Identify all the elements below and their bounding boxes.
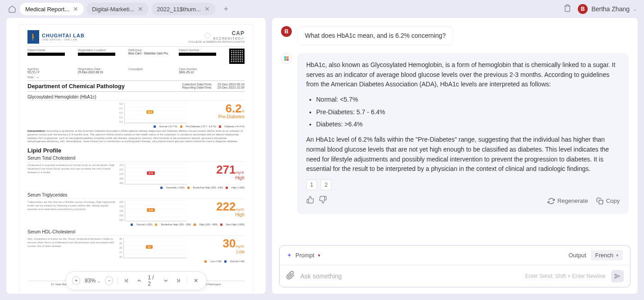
prompt-selector[interactable]: ✦ Prompt ▾	[287, 252, 320, 259]
home-button[interactable]	[7, 4, 17, 14]
tab-medical-report[interactable]: Medical Report... ✕	[20, 3, 84, 15]
test-hba1c: Glycosylated Hemoglobin (HbA1c) 5.85.65.…	[27, 94, 245, 143]
user-message: B What does HbA1c mean, and is 6.2% conc…	[281, 26, 629, 45]
regenerate-button[interactable]: Regenerate	[548, 197, 588, 206]
accreditation: CAP ACCREDITED✓ COLLEGE of AMERICAN PATH…	[188, 30, 245, 43]
chevron-down-icon: ▾	[616, 253, 618, 258]
svg-point-2	[286, 56, 289, 58]
copy-button[interactable]: Copy	[596, 197, 620, 206]
topbar: Medical Report... ✕ Digital-Marketi... ✕…	[0, 0, 644, 18]
page-1-button[interactable]: 1	[306, 179, 317, 190]
attach-button[interactable]	[286, 271, 295, 282]
tab-label: Digital-Marketi...	[92, 6, 134, 13]
user-menu[interactable]: B Bertha Zhang ⌄	[578, 4, 637, 14]
lab-icon: 🚶	[27, 30, 39, 44]
document-panel: 🚶 CHUGHTAI LAB ONE NATION · ONE LAB CAP	[6, 18, 266, 294]
zoom-select[interactable]: 83%⌄	[85, 278, 100, 284]
test-cholesterol: Serum Total Cholesterol Cholesterol is e…	[27, 156, 245, 189]
thumbs-down-button[interactable]	[319, 196, 327, 207]
trash-button[interactable]	[563, 4, 571, 14]
test-hdl: Serum HDL-Cholesterol HDL Cholesterol is…	[27, 229, 245, 263]
bot-response: HbA1c, also known as Glycosylated Hemogl…	[297, 53, 629, 214]
message-bubble: What does HbA1c mean, and is 6.2% concer…	[297, 26, 454, 45]
cap-foot: COLLEGE of AMERICAN PATHOLOGISTS	[188, 40, 245, 43]
svg-rect-5	[599, 200, 603, 204]
dept-title: Department of Chemical Pathology	[27, 83, 125, 90]
last-page-button[interactable]	[174, 276, 182, 285]
test-triglycerides: Serum Triglycerides Triglycerides are fa…	[27, 193, 245, 226]
lab-tagline: ONE NATION · ONE LAB	[42, 38, 85, 41]
tabs: Medical Report... ✕ Digital-Marketi... ✕…	[20, 3, 231, 15]
chevron-down-icon: ⌄	[633, 7, 637, 12]
zoom-in-button[interactable]: +	[72, 276, 80, 285]
close-icon[interactable]: ✕	[138, 5, 143, 13]
svg-point-4	[286, 58, 289, 61]
avatar: B	[578, 4, 588, 14]
tab-label: 2022_11$thum...	[157, 6, 201, 13]
close-toolbar-button[interactable]: ✕	[192, 276, 200, 285]
chat-body[interactable]: B What does HbA1c mean, and is 6.2% conc…	[272, 18, 638, 245]
close-icon[interactable]: ✕	[204, 5, 210, 13]
pdf-toolbar: + 83%⌄ − 1 / 2 ✕	[65, 271, 207, 290]
chevron-down-icon: ▾	[318, 253, 320, 258]
thumbs-up-button[interactable]	[306, 196, 314, 207]
response-pagination: 1 2	[306, 179, 620, 190]
document-page: 🚶 CHUGHTAI LAB ONE NATION · ONE LAB CAP	[19, 24, 253, 294]
svg-point-3	[284, 58, 286, 61]
chat-input-area: ✦ Prompt ▾ Output French ▾	[279, 245, 630, 287]
output-label: Output	[569, 252, 586, 259]
prev-page-button[interactable]	[135, 276, 143, 285]
send-button[interactable]	[611, 270, 624, 282]
close-icon[interactable]: ✕	[73, 5, 78, 13]
next-page-button[interactable]	[162, 276, 170, 285]
bot-avatar	[281, 53, 292, 64]
first-page-button[interactable]	[122, 276, 131, 285]
chat-panel: B What does HbA1c mean, and is 6.2% conc…	[272, 18, 638, 294]
bot-message: HbA1c, also known as Glycosylated Hemogl…	[281, 53, 629, 214]
input-hint: Enter Send; Shift + Enter Newline	[525, 273, 606, 279]
tab-thumbnail[interactable]: 2022_11$thum... ✕	[151, 3, 215, 15]
cap-title: CAP	[213, 30, 245, 36]
tab-digital-marketing[interactable]: Digital-Marketi... ✕	[86, 3, 149, 15]
document-scroll[interactable]: 🚶 CHUGHTAI LAB ONE NATION · ONE LAB CAP	[6, 18, 266, 294]
avatar: B	[281, 26, 292, 37]
lab-logo: 🚶 CHUGHTAI LAB ONE NATION · ONE LAB	[27, 30, 85, 44]
page-2-button[interactable]: 2	[321, 179, 331, 190]
lab-name: CHUGHTAI LAB	[42, 33, 85, 38]
page-indicator: 1 / 2	[148, 274, 157, 287]
language-selector[interactable]: French ▾	[591, 250, 623, 260]
svg-point-0	[205, 33, 210, 38]
tab-label: Medical Report...	[25, 6, 69, 13]
chat-input[interactable]	[300, 273, 520, 280]
qr-code	[229, 49, 245, 64]
svg-point-1	[284, 56, 286, 58]
sparkle-icon: ✦	[287, 252, 292, 259]
user-name: Bertha Zhang	[591, 5, 630, 13]
add-tab-button[interactable]: +	[221, 4, 231, 14]
zoom-out-button[interactable]: −	[105, 276, 113, 285]
